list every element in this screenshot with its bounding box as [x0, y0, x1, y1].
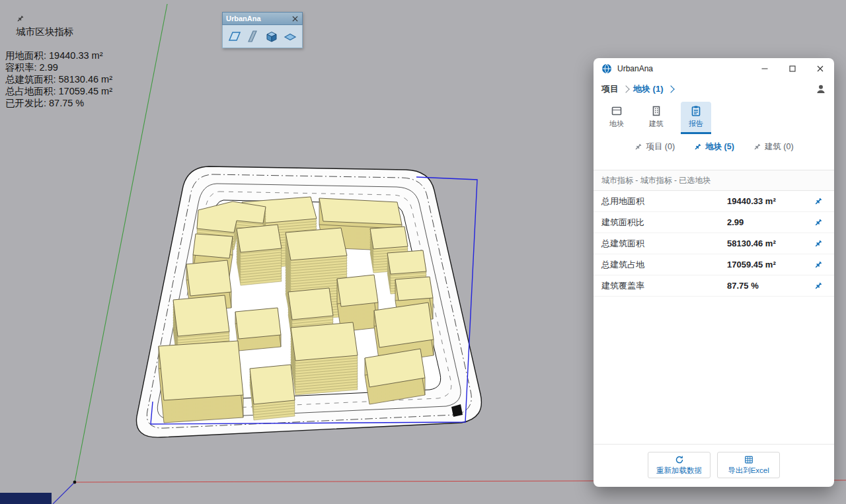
minimize-icon	[761, 65, 769, 73]
metric-label: 建筑面积比	[601, 217, 727, 229]
overlay-metric-line: 总占地面积: 17059.45 m²	[5, 85, 112, 97]
maximize-button[interactable]	[779, 58, 806, 79]
table-row: 总建筑占地 17059.45 m²	[594, 254, 834, 275]
close-icon	[292, 16, 298, 22]
pin-icon	[814, 281, 823, 291]
table-icon	[744, 455, 753, 464]
report-icon	[690, 105, 702, 117]
metric-label: 总建筑占地	[601, 259, 727, 271]
toolbar-titlebar[interactable]: UrbanAna	[222, 12, 303, 25]
table-row: 建筑面积比 2.99	[594, 212, 834, 233]
pin-icon	[814, 218, 823, 227]
metric-value: 87.75 %	[727, 281, 812, 291]
overlay-title: 城市区块指标	[16, 26, 73, 37]
metric-value: 58130.46 m²	[727, 238, 812, 248]
city-model[interactable]	[159, 197, 434, 423]
urbanana-toolbar: UrbanAna	[222, 12, 303, 48]
breadcrumb: 项目 地块 (1)	[594, 79, 834, 99]
tab-label: 报告	[689, 119, 703, 129]
pin-metric-button[interactable]	[812, 258, 825, 271]
toolbar-body	[222, 25, 303, 48]
table-row: 总建筑面积 58130.46 m²	[594, 233, 834, 254]
pin-icon	[693, 143, 702, 151]
section-header: 城市指标 - 城市指标 - 已选地块	[594, 170, 834, 191]
filter-label: 建筑 (0)	[765, 141, 794, 153]
pin-icon	[16, 15, 24, 23]
metric-value: 2.99	[727, 217, 812, 227]
metric-label: 建筑覆盖率	[601, 280, 727, 292]
tab-building[interactable]: 建筑	[641, 102, 672, 134]
overlay-metric-line: 已开发比: 87.75 %	[5, 97, 112, 109]
tab-parcel[interactable]: 地块	[601, 102, 632, 134]
maximize-icon	[788, 65, 796, 73]
reload-data-button[interactable]: 重新加载数据	[648, 452, 711, 478]
panel-tabs: 地块 建筑 报告	[594, 99, 834, 134]
table-row: 建筑覆盖率 87.75 %	[594, 275, 834, 297]
building-tool-button[interactable]	[264, 29, 280, 44]
plate-tool-button[interactable]	[283, 29, 298, 44]
refresh-icon	[675, 455, 684, 464]
close-icon	[816, 65, 824, 73]
chevron-right-icon	[622, 85, 629, 92]
toolbar-close-button[interactable]	[291, 15, 299, 22]
urbanana-logo-icon	[601, 63, 612, 74]
person-icon	[816, 84, 826, 94]
panel-title: UrbanAna	[617, 64, 653, 73]
metric-value: 19440.33 m²	[727, 196, 812, 206]
urbanana-panel: UrbanAna 项目 地块 (1) 地块 建筑	[594, 58, 834, 487]
filter-project[interactable]: 项目 (0)	[634, 141, 675, 153]
road-tool-icon	[246, 30, 260, 43]
pin-icon	[753, 143, 761, 151]
metrics-table: 总用地面积 19440.33 m² 建筑面积比 2.99 总建筑面积 58130…	[594, 191, 834, 297]
pin-icon	[814, 260, 823, 270]
section-title: 城市指标 - 城市指标 - 已选地块	[601, 175, 711, 186]
filter-label: 项目 (0)	[646, 141, 675, 153]
button-label: 重新加载数据	[656, 466, 702, 476]
filter-building[interactable]: 建筑 (0)	[753, 141, 794, 153]
export-excel-button[interactable]: 导出到Excel	[717, 452, 780, 478]
pin-metric-button[interactable]	[812, 216, 825, 229]
account-button[interactable]	[816, 84, 826, 94]
panel-titlebar[interactable]: UrbanAna	[594, 58, 834, 79]
road-tool-button[interactable]	[245, 29, 260, 44]
panel-footer: 重新加载数据 导出到Excel	[594, 444, 834, 487]
panel-empty-space	[594, 297, 834, 444]
button-label: 导出到Excel	[728, 466, 769, 476]
parcel-icon	[611, 105, 623, 117]
chevron-right-icon	[667, 85, 674, 92]
plate-tool-icon	[283, 30, 297, 43]
filter-label: 地块 (5)	[705, 141, 734, 153]
close-button[interactable]	[806, 58, 834, 79]
breadcrumb-project[interactable]: 项目	[601, 83, 619, 95]
building-icon	[650, 105, 662, 117]
table-row: 总用地面积 19440.33 m²	[594, 191, 834, 212]
minimize-button[interactable]	[751, 58, 779, 79]
parcel-tool-icon	[227, 30, 242, 43]
breadcrumb-parcel[interactable]: 地块 (1)	[633, 83, 664, 95]
metric-value: 17059.45 m²	[727, 260, 812, 270]
overlay-metric-line: 用地面积: 19440.33 m²	[5, 50, 112, 61]
pin-icon	[634, 143, 642, 151]
parcel-tool-button[interactable]	[227, 29, 242, 44]
building-tool-icon	[264, 30, 279, 43]
measurement-box[interactable]	[0, 493, 52, 504]
tab-label: 建筑	[649, 119, 664, 129]
tab-label: 地块	[609, 119, 624, 129]
toolbar-title: UrbanAna	[226, 15, 261, 22]
filter-parcel[interactable]: 地块 (5)	[693, 141, 734, 153]
pin-icon	[814, 197, 823, 206]
metric-label: 总用地面积	[601, 196, 727, 207]
pin-icon	[814, 239, 823, 248]
overlay-metric-line: 容积率: 2.99	[5, 61, 112, 73]
metric-label: 总建筑面积	[601, 238, 727, 250]
overlay-metric-line: 总建筑面积: 58130.46 m²	[5, 73, 112, 85]
tab-report[interactable]: 报告	[681, 102, 711, 134]
pin-metric-button[interactable]	[812, 195, 825, 208]
pin-metric-button[interactable]	[812, 237, 825, 250]
metrics-overlay: 城市区块指标 用地面积: 19440.33 m² 容积率: 2.99 总建筑面积…	[5, 2, 112, 109]
pin-metric-button[interactable]	[812, 279, 825, 293]
report-filters: 项目 (0) 地块 (5) 建筑 (0)	[594, 134, 834, 159]
